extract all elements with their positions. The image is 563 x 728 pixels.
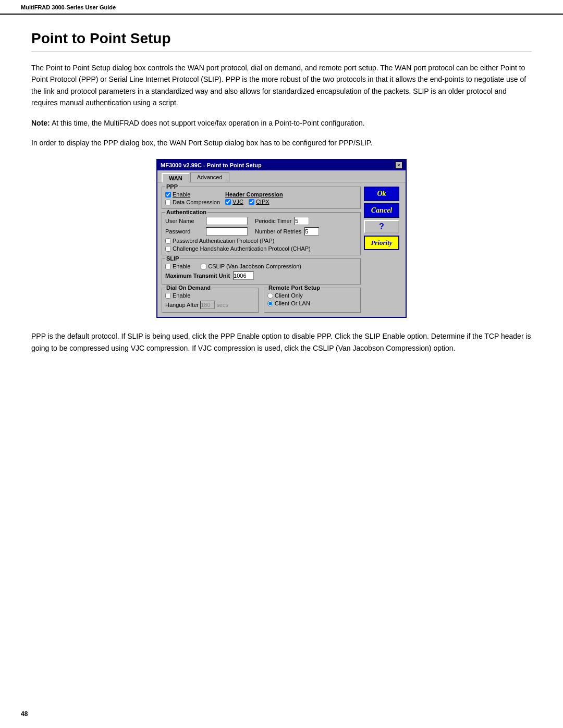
- ppp-row1: Enable Data Compression Header Compressi…: [165, 191, 357, 205]
- username-label: User Name: [165, 218, 203, 224]
- auth-section-label: Authentication: [165, 209, 207, 215]
- mtu-label: Maximum Transmit Unit: [165, 273, 230, 279]
- ppp-data-compression-label: Data Compression: [173, 199, 220, 205]
- header-comp-checks: VJC CIPX: [225, 199, 357, 205]
- dial-enable-label: Enable: [173, 292, 190, 299]
- dialog-titlebar: MF3000 v2.99C - Point to Point Setup ×: [157, 160, 406, 170]
- ppp-enable-label: Enable: [173, 191, 190, 198]
- slip-row1: Enable CSLIP (Van Jacobson Compression): [165, 263, 357, 269]
- help-button[interactable]: ?: [364, 220, 399, 233]
- slip-row2: Maximum Transmit Unit: [165, 272, 357, 280]
- vjc-checkbox[interactable]: [225, 199, 231, 205]
- retries-label: Number of Retries: [255, 228, 301, 235]
- hangup-input[interactable]: [200, 301, 215, 309]
- dialog-right-panel: Ok Cancel ? Priority: [364, 187, 401, 313]
- cipx-label: CIPX: [256, 199, 270, 205]
- note-label: Note:: [31, 119, 50, 127]
- client-only-row: Client Only: [267, 292, 357, 299]
- cancel-button[interactable]: Cancel: [364, 203, 399, 218]
- password-label: Password: [165, 228, 203, 235]
- retries-input[interactable]: [304, 227, 319, 236]
- page-content: Point to Point Setup The Point to Point …: [0, 15, 563, 383]
- slip-enable-label: Enable: [173, 263, 190, 269]
- slip-enable-checkbox[interactable]: [165, 264, 171, 269]
- ppp-enable-checkbox[interactable]: [165, 192, 171, 198]
- chap-checkbox[interactable]: [165, 246, 171, 252]
- chap-label: Challenge Handshake Authentication Proto…: [173, 245, 311, 252]
- cipx-row: CIPX: [249, 199, 270, 205]
- closing-paragraph: PPP is the default protocol. If SLIP is …: [31, 330, 532, 354]
- cslip-label: CSLIP (Van Jacobson Compression): [208, 263, 301, 269]
- header-title: MultiFRAD 3000-Series User Guide: [21, 4, 116, 10]
- remote-port-label: Remote Port Setup: [267, 285, 321, 291]
- slip-note: In order to display the PPP dialog box, …: [31, 137, 532, 149]
- ok-button[interactable]: Ok: [364, 187, 399, 201]
- dialog-container: MF3000 v2.99C - Point to Point Setup × W…: [31, 159, 532, 318]
- dialog-box: MF3000 v2.99C - Point to Point Setup × W…: [156, 159, 407, 318]
- pap-row: Password Authentication Protocol (PAP): [165, 238, 357, 244]
- intro-paragraph: The Point to Point Setup dialog box cont…: [31, 62, 532, 109]
- tab-wan[interactable]: WAN: [162, 173, 189, 182]
- chap-row: Challenge Handshake Authentication Proto…: [165, 245, 357, 252]
- ppp-section-label: PPP: [165, 183, 179, 190]
- username-row: User Name Periodic Timer: [165, 217, 357, 225]
- remote-port-section: Remote Port Setup Client Only Client Or …: [264, 288, 361, 313]
- periodic-timer-label: Periodic Timer: [255, 218, 291, 224]
- cslip-checkbox[interactable]: [201, 264, 206, 269]
- page-footer: 48: [21, 709, 28, 718]
- username-input[interactable]: [206, 217, 248, 225]
- note-paragraph: Note: At this time, the MultiFRAD does n…: [31, 117, 532, 129]
- page-number: 48: [21, 710, 28, 718]
- client-only-radio[interactable]: [267, 293, 273, 299]
- dial-enable-checkbox[interactable]: [165, 293, 171, 299]
- dialog-body: PPP Enable Data Compression: [157, 182, 406, 317]
- header-compression-label: Header Compression: [225, 191, 357, 198]
- ppp-enable-row: Enable: [165, 191, 220, 198]
- tab-advanced[interactable]: Advanced: [190, 172, 229, 182]
- password-row: Password Number of Retries: [165, 227, 357, 236]
- slip-enable-row: Enable: [165, 263, 190, 269]
- ppp-left: Enable Data Compression: [165, 191, 220, 205]
- dialog-title: MF3000 v2.99C - Point to Point Setup: [161, 162, 262, 168]
- ppp-right: Header Compression VJC CIPX: [225, 191, 357, 205]
- hangup-label: Hangup After: [165, 302, 199, 308]
- vjc-row: VJC: [225, 199, 243, 205]
- mtu-input[interactable]: [233, 272, 254, 280]
- auth-section: Authentication User Name Periodic Timer …: [162, 212, 361, 255]
- client-only-label: Client Only: [275, 292, 303, 299]
- client-lan-label: Client Or LAN: [275, 300, 310, 306]
- pap-checkbox[interactable]: [165, 238, 171, 244]
- page-title: Point to Point Setup: [31, 30, 532, 52]
- priority-button[interactable]: Priority: [364, 236, 399, 250]
- dial-demand-label: Dial On Demand: [165, 285, 212, 291]
- dial-enable-row: Enable: [165, 292, 255, 299]
- page-header: MultiFRAD 3000-Series User Guide: [0, 0, 563, 15]
- dialog-tabs: WAN Advanced: [157, 170, 406, 182]
- slip-section: SLIP Enable CSLIP (Van Jacobson Compress…: [162, 258, 361, 285]
- vjc-label: VJC: [232, 199, 243, 205]
- close-icon[interactable]: ×: [395, 162, 402, 169]
- client-lan-radio[interactable]: [267, 301, 273, 306]
- periodic-timer-input[interactable]: [295, 217, 309, 225]
- ppp-data-compression-row: Data Compression: [165, 199, 220, 205]
- dial-demand-section: Dial On Demand Enable Hangup After secs: [162, 288, 259, 313]
- ppp-section: PPP Enable Data Compression: [162, 187, 361, 209]
- hangup-row: Hangup After secs: [165, 301, 255, 309]
- secs-label: secs: [216, 302, 228, 308]
- dialog-left-panel: PPP Enable Data Compression: [162, 187, 361, 313]
- cslip-row: CSLIP (Van Jacobson Compression): [201, 263, 301, 269]
- ppp-data-compression-checkbox[interactable]: [165, 200, 171, 205]
- client-lan-row: Client Or LAN: [267, 300, 357, 306]
- note-content: At this time, the MultiFRAD does not sup…: [50, 119, 365, 127]
- password-input[interactable]: [206, 227, 248, 236]
- pap-label: Password Authentication Protocol (PAP): [173, 238, 274, 244]
- slip-section-label: SLIP: [165, 255, 180, 262]
- bottom-section: Dial On Demand Enable Hangup After secs: [162, 288, 361, 313]
- cipx-checkbox[interactable]: [249, 199, 254, 205]
